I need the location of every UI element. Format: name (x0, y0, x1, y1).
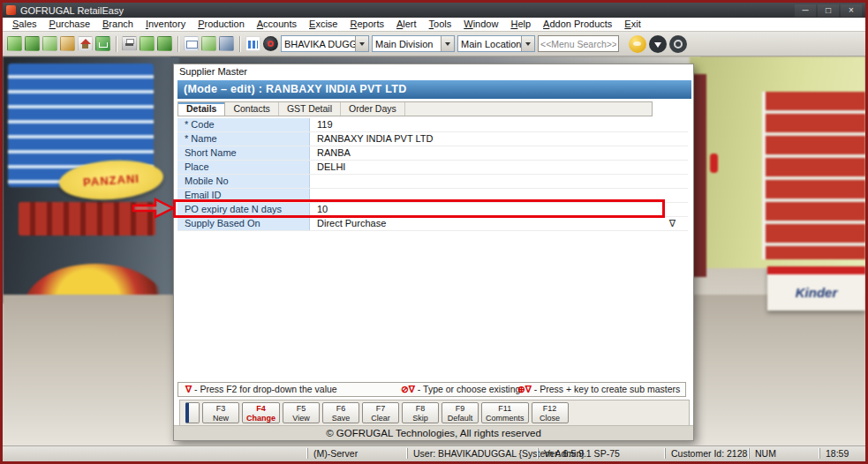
status-bar: (M)-Server User: BHAVIKADUGGAL {System A… (3, 445, 865, 461)
menu-excise[interactable]: Excise (303, 18, 343, 31)
chevron-down-icon[interactable] (355, 36, 368, 51)
hint-bar: ∇- Press F2 for drop-down the value ⊘∇- … (177, 382, 686, 397)
menu-alert[interactable]: Alert (390, 18, 423, 31)
tab-gst-detail[interactable]: GST Detail (279, 102, 341, 116)
f9-label: Default (446, 414, 474, 423)
menu-purchase[interactable]: Purchase (43, 18, 96, 31)
window-title: GOFRUGAL RetailEasy (20, 5, 124, 16)
field-row-email-id: Email ID (177, 189, 688, 203)
tab-details[interactable]: Details (178, 102, 225, 116)
supply-based-on-field[interactable]: Direct Purchase ∇ (310, 217, 688, 230)
new-doc-icon[interactable] (7, 36, 22, 51)
comment-bubble-icon[interactable] (629, 35, 646, 53)
toolbar-separator (239, 36, 240, 52)
email-id-field[interactable] (310, 189, 688, 202)
app-window: GOFRUGAL RetailEasy ─ □ × Sales Purchase… (0, 0, 868, 464)
f8-skip-button[interactable]: F8Skip (402, 402, 439, 423)
hint-sub-masters-text: - Press + key to create sub masters (534, 384, 680, 394)
mode-edit-header: (Mode – edit) : RANBAXY INDIA PVT LTD (177, 80, 691, 99)
f8-key: F8 (406, 404, 434, 414)
f12-key: F12 (536, 404, 564, 414)
division-dropdown-value: Main Division (373, 39, 441, 49)
chevron-down-icon[interactable] (441, 36, 454, 51)
slash-nabla-icon: ⊘∇ (401, 384, 415, 394)
tools-icon[interactable] (219, 36, 234, 51)
menu-search-input[interactable] (538, 35, 619, 52)
menu-accounts[interactable]: Accounts (251, 18, 303, 31)
field-row-mobile-no: Mobile No (177, 175, 688, 189)
po-expiry-field[interactable]: 10 (310, 203, 688, 216)
f6-save-button[interactable]: F6Save (322, 402, 359, 423)
f9-default-button[interactable]: F9Default (442, 402, 479, 423)
mobile-no-label: Mobile No (177, 175, 310, 188)
package-icon[interactable] (60, 36, 75, 51)
mobile-no-field[interactable] (310, 175, 688, 188)
toolbar-separator (177, 36, 178, 52)
f8-label: Skip (406, 414, 434, 423)
f3-label: New (207, 414, 235, 423)
location-dropdown[interactable]: Main Location (457, 35, 535, 52)
dropdown-triangle-icon[interactable]: ∇ (669, 217, 676, 230)
function-button-panel: F3New F4Change F5View F6Save F7Clear F8S… (179, 400, 690, 426)
menu-sales[interactable]: Sales (6, 18, 43, 31)
f3-new-button[interactable]: F3New (202, 402, 239, 423)
dialog-title[interactable]: Supplier Master (179, 66, 247, 77)
tab-strip: Details Contacts GST Detail Order Days (177, 101, 653, 116)
division-dropdown[interactable]: Main Division (372, 35, 455, 52)
chart-icon[interactable] (245, 36, 260, 51)
menu-exit[interactable]: Exit (618, 18, 646, 31)
menu-bar: Sales Purchase Branch Inventory Producti… (3, 18, 865, 32)
blank-button[interactable] (185, 402, 200, 423)
menu-inventory[interactable]: Inventory (140, 18, 192, 31)
stock-icon[interactable] (201, 36, 216, 51)
f12-close-button[interactable]: F12Close (532, 402, 569, 423)
menu-reports[interactable]: Reports (343, 18, 390, 31)
chevron-down-icon[interactable] (521, 36, 534, 51)
supplier-form: * Code 119 * Name RANBAXY INDIA PVT LTD … (177, 118, 688, 231)
refresh-icon[interactable] (157, 36, 172, 51)
short-name-field[interactable]: RANBA (310, 146, 688, 160)
cart-icon[interactable] (95, 36, 110, 51)
f4-change-button[interactable]: F4Change (242, 402, 280, 423)
field-row-supply-based-on: Supply Based On Direct Purchase ∇ (177, 217, 688, 231)
menu-branch[interactable]: Branch (96, 18, 140, 31)
menu-tools[interactable]: Tools (423, 18, 458, 31)
title-bar[interactable]: GOFRUGAL RetailEasy ─ □ × (3, 3, 865, 18)
maximize-button[interactable]: □ (818, 4, 839, 17)
tab-order-days[interactable]: Order Days (341, 102, 405, 116)
home-icon[interactable] (78, 36, 93, 51)
minimize-button[interactable]: ─ (795, 4, 816, 17)
field-row-code: * Code 119 (177, 118, 688, 132)
hint-dropdown: ∇- Press F2 for drop-down the value (185, 384, 337, 394)
field-row-name: * Name RANBAXY INDIA PVT LTD (177, 132, 688, 146)
copyright-footer: © GOFRUGAL Technologies, All rights rese… (174, 425, 693, 440)
download-icon[interactable] (649, 35, 667, 53)
name-field[interactable]: RANBAXY INDIA PVT LTD (310, 132, 688, 146)
power-icon[interactable] (263, 36, 278, 51)
menu-production[interactable]: Production (192, 18, 251, 31)
fire-extinguisher (710, 153, 718, 173)
code-field[interactable]: 119 (310, 118, 688, 131)
print-preview-icon[interactable] (140, 36, 155, 51)
open-doc-icon[interactable] (25, 36, 40, 51)
toolbar: BHAVIKA DUGG Main Division Main Location (3, 32, 865, 56)
f7-label: Clear (366, 414, 395, 423)
tab-contacts[interactable]: Contacts (225, 102, 278, 116)
menu-help[interactable]: Help (504, 18, 537, 31)
save-doc-icon[interactable] (42, 36, 57, 51)
gear-icon[interactable] (669, 35, 687, 53)
close-button[interactable]: × (841, 4, 862, 17)
f5-view-button[interactable]: F5View (283, 402, 320, 423)
toolbar-separator (116, 36, 117, 52)
place-field[interactable]: DELHI (310, 161, 688, 174)
short-name-label: Short Name (177, 146, 310, 160)
user-dropdown[interactable]: BHAVIKA DUGG (281, 35, 369, 52)
printer-icon[interactable] (122, 36, 137, 51)
f3-key: F3 (207, 404, 235, 414)
f11-comments-button[interactable]: F11Comments (481, 402, 529, 423)
menu-window[interactable]: Window (457, 18, 504, 31)
f7-clear-button[interactable]: F7Clear (362, 402, 399, 423)
menu-addon-products[interactable]: Addon Products (537, 18, 618, 31)
field-row-short-name: Short Name RANBA (177, 146, 688, 161)
email-icon[interactable] (184, 36, 199, 51)
